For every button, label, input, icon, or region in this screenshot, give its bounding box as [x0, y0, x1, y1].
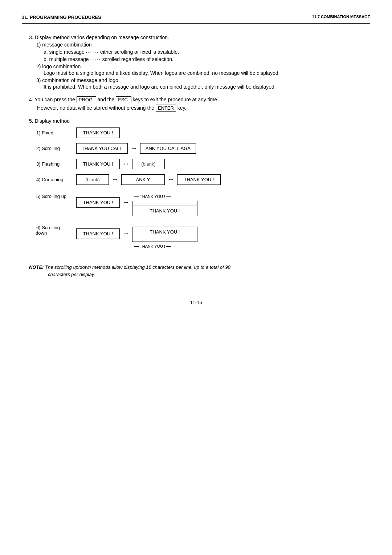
scrollingup-dashed-text: THANK YOU ! [140, 194, 165, 199]
dm-curtaining-box2: ANK Y [121, 174, 165, 185]
dm-scrolling-box2: ANK YOU CALL AGA [140, 143, 196, 154]
dm-curtaining-num: 4) Curtaining [36, 177, 63, 182]
dm-scrollingup-toprow [132, 201, 197, 206]
subitem-1b: b. multiple message ····· scrolled regar… [44, 56, 363, 62]
section-4-text-before: You can press the [34, 97, 76, 102]
section-4-line2-after: key. [177, 105, 187, 111]
section-3-item-1: 1) message combination a. single message… [36, 42, 363, 62]
dm-curtaining-box1: (blank) [76, 174, 109, 185]
section-4-text-between: and the [98, 97, 116, 102]
section-3-list: 1) message combination a. single message… [36, 42, 363, 90]
dm-curtaining-label: 4) Curtaining [29, 177, 76, 182]
note-bold-label: NOTE: [29, 264, 44, 270]
scrollingup-arrow: → [123, 199, 129, 206]
section-title: 11. PROGRAMMING PROCEDURES [22, 15, 101, 20]
scrollingup-top-dashed-label: THANK YOU ! [134, 194, 171, 199]
main-content: 3. Display method varios depending on me… [22, 35, 370, 278]
section-3: 3. Display method varios depending on me… [29, 35, 363, 90]
dm-fixed-box: THANK YOU ! [76, 127, 120, 138]
section-4-line2: However, no data will be stored without … [37, 105, 363, 112]
dm-scrollingdown-bottomrow [132, 237, 197, 242]
subitem-1b-text: b. multiple message ····· scrolled regar… [44, 56, 173, 62]
note-italic-text: The scrolling up/down methods allow disp… [45, 264, 230, 270]
curtaining-arrow2: ↔ [168, 176, 174, 183]
item-2-description: Logo must be a single logo and a fixed d… [44, 70, 363, 76]
dm-scrolling-box1: THANK YOU CALL [76, 143, 128, 154]
dm-fixed-num: 1) Fixed [36, 130, 53, 135]
curtaining-arrow1: ↔ [112, 176, 118, 183]
section-4-text-keys: keys to exit the procedure at any time. [132, 97, 219, 102]
display-methods: 1) Fixed THANK YOU ! 2) Scrolling THANK … [29, 127, 363, 242]
section-4-num: 4. [29, 97, 34, 102]
item-2-desc-text: Logo must be a single logo and a fixed d… [44, 70, 279, 76]
dm-scrollingdown-right: THANK YOU ! THANK YOU ! [132, 227, 197, 242]
item-1-label: message combination [42, 42, 91, 48]
dm-flashing-label: 3) Flashing [29, 161, 76, 167]
dashed-top-left [134, 197, 139, 197]
dashed-bottom-left [134, 246, 139, 247]
dashed-top-right [166, 197, 171, 197]
dm-scrolling-down: 6) Scrolling down THANK YOU ! → THANK YO… [29, 225, 363, 242]
note-paragraph: NOTE: The scrolling up/down methods allo… [29, 264, 363, 278]
item-3-label: combination of message and logo [42, 77, 118, 83]
item-3-description: It is prohibited. When both a message an… [44, 84, 363, 90]
flashing-arrow-both: ↔ [123, 160, 129, 168]
dm-scrolling-label: 2) Scrolling [29, 146, 76, 151]
dashed-bottom-right [166, 246, 171, 247]
subitem-1a: a. single message ······ either scrollin… [44, 49, 363, 55]
note-section: NOTE: The scrolling up/down methods allo… [29, 264, 363, 278]
dm-scrollingup-bottomrow: THANK YOU ! [132, 206, 197, 216]
page-number: 11-15 [22, 300, 370, 305]
dm-flashing-box1: THANK YOU ! [76, 159, 120, 169]
page-header: 11. PROGRAMMING PROCEDURES 11.7 COMBINAT… [22, 15, 370, 24]
item-2-label: logo combination [42, 64, 81, 69]
subitem-1a-text: a. single message ······ either scrollin… [44, 49, 179, 55]
dm-flashing: 3) Flashing THANK YOU ! ↔ (blank) [29, 159, 363, 169]
enter-key: ENTER [156, 105, 176, 112]
section-5: 5. Display method 1) Fixed THANK YOU ! 2… [29, 118, 363, 242]
scrollingdown-bottom-dashed-label: THANK YOU ! [134, 244, 171, 248]
item-3-desc-text: It is prohibited. When both a message an… [44, 84, 276, 90]
section-5-label: Display method [35, 118, 70, 124]
item-1-num: 1) [36, 42, 42, 48]
dm-scrollingdown-num: 6) Scrolling down [29, 225, 60, 236]
dm-scrollingup-box1: THANK YOU ! [76, 197, 120, 208]
dm-scrolling-up: 5) Scrolling up THANK YOU ! → THANK YOU … [29, 194, 363, 216]
subsection-title: 11.7 COMBINATION MESSAGE [312, 15, 370, 19]
dm-curtaining-box3: THANK YOU ! [177, 174, 221, 185]
section-5-num: 5. [29, 118, 35, 124]
section-4-line2-text: However, no data will be stored without … [37, 105, 156, 111]
dm-scrollingdown-toprow: THANK YOU ! [132, 227, 197, 237]
dm-fixed-label: 1) Fixed [29, 130, 76, 135]
dm-scrollingdown-box1: THANK YOU ! [76, 228, 120, 239]
scrollingdown-arrow: → [123, 230, 129, 238]
section-4: 4. You can press the PROG. and the ESC. … [29, 96, 363, 112]
note-italic-text2: characters per display. [48, 272, 95, 277]
dm-flashing-box2: (blank) [132, 159, 165, 169]
dm-flashing-num: 3) Flashing [36, 161, 60, 167]
scrollingdown-dashed-text: THANK YOU ! [140, 244, 165, 248]
dm-scrolling: 2) Scrolling THANK YOU CALL → ANK YOU CA… [29, 143, 363, 154]
dm-scrollingup-label: 5) Scrolling up [29, 194, 76, 199]
dm-curtaining: 4) Curtaining (blank) ↔ ANK Y ↔ THANK YO… [29, 174, 363, 185]
dm-fixed: 1) Fixed THANK YOU ! [29, 127, 363, 138]
item-2-num: 2) [36, 64, 42, 69]
scrolling-arrow-right: → [131, 145, 137, 152]
section-3-item-2: 2) logo combination Logo must be a singl… [36, 64, 363, 76]
page-num-text: 11-15 [190, 300, 202, 305]
dm-scrollingup-right: THANK YOU ! THANK YOU ! [132, 201, 197, 216]
section-3-item-3: 3) combination of message and logo It is… [36, 77, 363, 90]
section-3-intro: 3. Display method varios depending on me… [29, 35, 169, 40]
esc-key: ESC. [116, 96, 131, 103]
item-3-num: 3) [36, 77, 42, 83]
dm-scrollingup-num: 5) Scrolling up [36, 194, 66, 199]
item-1-subitems: a. single message ······ either scrollin… [44, 49, 363, 62]
dm-scrolling-num: 2) Scrolling [36, 146, 60, 151]
prog-key: PROG. [77, 96, 96, 103]
dm-scrollingdown-label: 6) Scrolling down [29, 225, 76, 236]
